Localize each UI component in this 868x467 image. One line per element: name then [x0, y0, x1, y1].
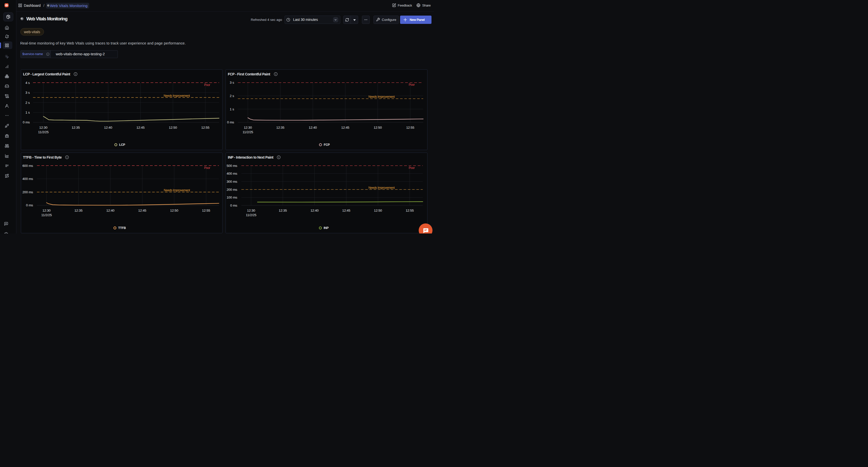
svg-text:Needs Improvement: Needs Improvement — [164, 188, 190, 192]
svg-text:600 ms: 600 ms — [22, 164, 33, 168]
svg-text:12:30: 12:30 — [247, 209, 255, 212]
svg-text:12:50: 12:50 — [170, 209, 178, 212]
svg-text:12:30: 12:30 — [39, 126, 47, 129]
svg-text:12:55: 12:55 — [201, 126, 209, 129]
svg-text:11/2/25: 11/2/25 — [41, 213, 52, 217]
svg-text:12:40: 12:40 — [106, 209, 114, 212]
svg-text:3 s: 3 s — [25, 91, 30, 94]
svg-text:12:30: 12:30 — [244, 126, 252, 129]
svg-text:0 ms: 0 ms — [230, 203, 238, 207]
svg-text:Poor: Poor — [204, 166, 210, 170]
svg-text:400 ms: 400 ms — [226, 172, 237, 175]
svg-text:500 ms: 500 ms — [226, 164, 237, 168]
svg-text:300 ms: 300 ms — [226, 180, 237, 183]
svg-text:0 ms: 0 ms — [23, 120, 30, 124]
svg-text:4 s: 4 s — [25, 81, 30, 85]
svg-text:12:45: 12:45 — [341, 126, 349, 129]
svg-text:1 s: 1 s — [230, 107, 234, 111]
svg-text:11/2/25: 11/2/25 — [38, 130, 49, 134]
svg-text:12:45: 12:45 — [136, 126, 145, 129]
svg-text:Needs Improvement: Needs Improvement — [163, 94, 190, 97]
svg-text:Poor: Poor — [409, 166, 415, 170]
svg-text:INP: INP — [324, 226, 329, 230]
svg-text:TTFB: TTFB — [118, 226, 126, 230]
svg-text:400 ms: 400 ms — [22, 177, 33, 181]
svg-text:1 s: 1 s — [25, 111, 30, 114]
svg-text:200 ms: 200 ms — [22, 190, 33, 194]
svg-text:Needs Improvement: Needs Improvement — [368, 186, 395, 189]
svg-text:8: 8 — [21, 18, 22, 19]
svg-text:11/2/25: 11/2/25 — [243, 130, 253, 134]
svg-text:12:50: 12:50 — [374, 209, 382, 212]
svg-text:Poor: Poor — [204, 83, 210, 87]
svg-text:12:45: 12:45 — [138, 209, 146, 212]
svg-text:12:40: 12:40 — [104, 126, 112, 129]
svg-text:12:35: 12:35 — [71, 126, 80, 129]
svg-text:12:30: 12:30 — [42, 209, 51, 212]
svg-text:Poor: Poor — [409, 83, 415, 86]
svg-text:200 ms: 200 ms — [226, 187, 237, 191]
svg-text:11/2/25: 11/2/25 — [246, 213, 256, 217]
svg-text:FCP: FCP — [324, 143, 330, 147]
svg-text:0 ms: 0 ms — [227, 120, 234, 124]
svg-text:2 s: 2 s — [230, 94, 234, 98]
svg-text:2 s: 2 s — [25, 101, 30, 105]
svg-text:100 ms: 100 ms — [226, 196, 237, 199]
svg-text:12:45: 12:45 — [342, 209, 350, 212]
svg-text:LCP: LCP — [119, 143, 125, 147]
svg-text:12:35: 12:35 — [74, 209, 82, 212]
svg-text:12:55: 12:55 — [406, 126, 414, 129]
svg-text:12:40: 12:40 — [310, 209, 318, 212]
svg-text:12:35: 12:35 — [279, 209, 287, 212]
svg-text:3 s: 3 s — [230, 81, 234, 84]
svg-text:0 ms: 0 ms — [26, 203, 33, 207]
svg-text:12:50: 12:50 — [374, 126, 382, 129]
svg-text:12:40: 12:40 — [309, 126, 317, 129]
svg-text:Needs Improvement: Needs Improvement — [368, 95, 395, 98]
svg-text:12:55: 12:55 — [406, 209, 414, 212]
svg-text:12:50: 12:50 — [169, 126, 177, 129]
svg-text:12:55: 12:55 — [202, 209, 210, 212]
svg-text:12:35: 12:35 — [276, 126, 284, 129]
